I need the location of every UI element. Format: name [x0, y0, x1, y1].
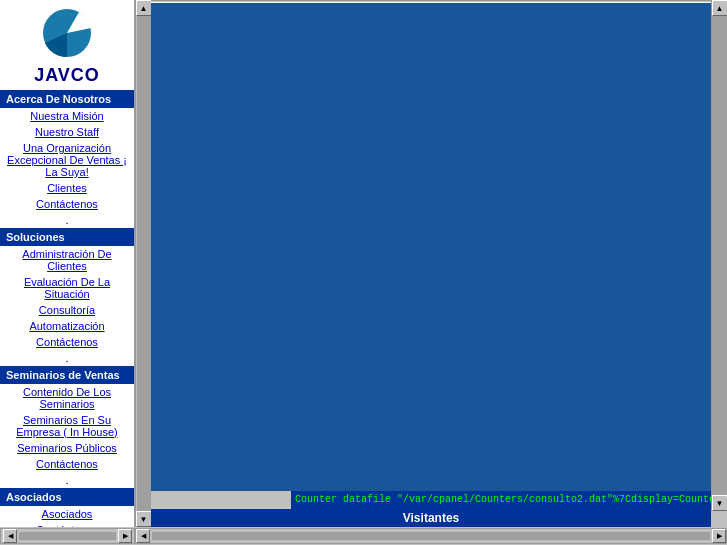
browser-frame: JAVCO Acerca De Nosotros Nuestra Misión …	[0, 0, 727, 545]
dot-1: .	[0, 212, 134, 228]
nav-contactenos-1[interactable]: Contáctenos	[0, 196, 134, 212]
h-scroll-left-btn[interactable]: ◀	[3, 529, 17, 543]
sidebar-scroll-up[interactable]: ▲	[136, 0, 152, 16]
section-header-seminarios: Seminarios de Ventas	[0, 366, 134, 384]
main-scroll-track	[712, 16, 728, 495]
nav-seminarios-publicos[interactable]: Seminarios Públicos	[0, 440, 134, 456]
nav-contenido-seminarios[interactable]: Contenido De Los Seminarios	[0, 384, 134, 412]
nav-nuestro-staff[interactable]: Nuestro Staff	[0, 124, 134, 140]
sidebar-scroll-track	[137, 16, 151, 511]
h-scrollbar-left[interactable]: ◀ ▶	[0, 528, 135, 544]
nav-una-organizacion[interactable]: Una Organización Excepcional De Ventas ¡…	[0, 140, 134, 180]
main-scroll-down[interactable]: ▼	[712, 495, 728, 511]
logo-text: JAVCO	[34, 65, 100, 86]
counter-line: Counter datafile "/var/cpanel/Counters/c…	[291, 491, 727, 509]
dot-3: .	[0, 472, 134, 488]
nav-consultoria[interactable]: Consultoría	[0, 302, 134, 318]
logo-area: JAVCO	[0, 0, 134, 90]
h-scroll-track-main	[152, 532, 710, 540]
nav-asociados[interactable]: Asociados	[0, 506, 134, 522]
nav-automatizacion[interactable]: Automatización	[0, 318, 134, 334]
nav-seminarios-empresa[interactable]: Seminarios En Su Empresa ( In House)	[0, 412, 134, 440]
nav-contactenos-3[interactable]: Contáctenos	[0, 456, 134, 472]
h-scrollbar-right[interactable]: ◀ ▶	[135, 528, 727, 544]
nav-clientes[interactable]: Clientes	[0, 180, 134, 196]
sidebar: JAVCO Acerca De Nosotros Nuestra Misión …	[0, 0, 135, 527]
blue-content-area	[151, 3, 711, 491]
h-scroll-track-left	[19, 532, 116, 540]
section-header-soluciones: Soluciones	[0, 228, 134, 246]
nav-nuestra-mision[interactable]: Nuestra Misión	[0, 108, 134, 124]
dot-2: .	[0, 350, 134, 366]
h-scroll-right-btn[interactable]: ▶	[118, 529, 132, 543]
sidebar-scrollbar[interactable]: ▲ ▼	[135, 0, 151, 527]
nav-contactenos-2[interactable]: Contáctenos	[0, 334, 134, 350]
section-header-acerca: Acerca De Nosotros	[0, 90, 134, 108]
h-scroll-main-left[interactable]: ◀	[136, 529, 150, 543]
javco-logo-icon	[37, 8, 97, 63]
main-content: JAVCO Acerca De Nosotros Nuestra Misión …	[0, 0, 727, 527]
bottom-chrome: ◀ ▶ ◀ ▶	[0, 527, 727, 545]
nav-evaluacion[interactable]: Evaluación De La Situación	[0, 274, 134, 302]
main-area: Counter datafile "/var/cpanel/Counters/c…	[151, 0, 727, 527]
visitantes-bar: Visitantes	[151, 509, 711, 527]
main-scrollbar[interactable]: ▲ ▼	[711, 0, 727, 511]
sidebar-scroll-down[interactable]: ▼	[136, 511, 152, 527]
section-header-asociados: Asociados	[0, 488, 134, 506]
nav-admin-clientes[interactable]: Administración De Clientes	[0, 246, 134, 274]
main-scroll-up[interactable]: ▲	[712, 0, 728, 16]
h-scroll-main-right[interactable]: ▶	[712, 529, 726, 543]
